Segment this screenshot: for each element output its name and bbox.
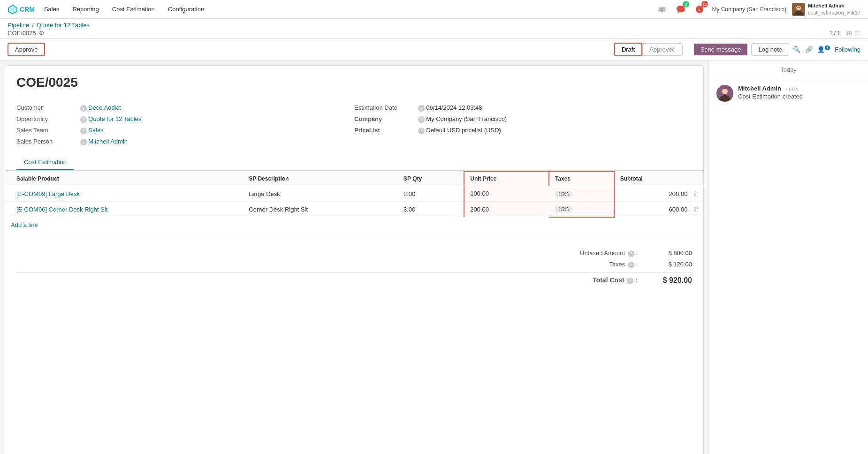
row1-delete-icon[interactable]: 🗑 [693, 190, 700, 197]
opportunity-label: Opportunity [16, 115, 77, 122]
pricelist-help-icon[interactable]: ? [418, 128, 425, 134]
taxes-help-icon[interactable]: ? [628, 262, 634, 268]
col-sp-description: SP Description [243, 171, 398, 186]
sales-person-value[interactable]: Mitchell Admin [88, 138, 128, 145]
record-settings-icon[interactable]: ⚙ [39, 30, 45, 37]
estimation-table: Salable Product SP Description SP Qty Un… [5, 171, 703, 218]
table-container: Salable Product SP Description SP Qty Un… [5, 171, 703, 294]
separator [16, 236, 692, 236]
tab-list: Cost Estimation [5, 155, 703, 171]
field-customer: Customer ? Deco Addict Opportunity ? Quo… [16, 102, 354, 147]
form-fields: Customer ? Deco Addict Opportunity ? Quo… [5, 102, 703, 147]
nav-right-area: 5 11 My Company (San Francisco) Mitchell… [655, 2, 860, 16]
draft-status-button[interactable]: Draft [614, 43, 642, 56]
table-body: [E-COM09] Large Desk Large Desk 2.00 100… [5, 186, 703, 217]
untaxed-amount-row: Untaxed Amount ? : $ 800.00 [16, 248, 692, 259]
approved-status-button[interactable]: Approved [642, 43, 683, 56]
company-help-icon[interactable]: ? [418, 116, 425, 123]
tab-cost-estimation[interactable]: Cost Estimation [16, 155, 74, 170]
user-follow-icon[interactable]: 👤1 [817, 45, 830, 53]
total-cost-value: $ 920.00 [645, 276, 692, 285]
col-subtotal: Subtotal [614, 171, 703, 186]
opportunity-help-icon[interactable]: ? [80, 116, 87, 123]
row2-tax-badge[interactable]: 15% [555, 206, 572, 212]
link-icon[interactable]: 🔗 [805, 46, 813, 53]
nav-reporting[interactable]: Reporting [70, 6, 100, 13]
field-estimation-info: Estimation Date ? 06/14/2024 12:03:48 Co… [354, 102, 692, 147]
sales-team-help-icon[interactable]: ? [80, 128, 87, 134]
nav-configuration[interactable]: Configuration [166, 6, 206, 13]
total-help-icon[interactable]: ? [627, 278, 633, 284]
customer-value[interactable]: Deco Addict [88, 104, 121, 111]
form-header: COE/0025 [5, 66, 703, 102]
breadcrumb-pipeline[interactable]: Pipeline [8, 22, 29, 29]
chatter-message: Mitchell Admin - now Cost Estimation cre… [709, 79, 868, 107]
table-row: [E-COM09] Large Desk Large Desk 2.00 100… [5, 186, 703, 202]
activity-icon-button[interactable]: 11 [693, 3, 706, 16]
pricelist-label: PriceList [354, 127, 415, 134]
nav-cost-estimation[interactable]: Cost Estimation [110, 6, 157, 13]
add-line-button[interactable]: Add a line [5, 218, 703, 232]
row1-qty[interactable]: 2.00 [398, 186, 464, 202]
sales-person-help-icon[interactable]: ? [80, 139, 87, 145]
list-view-icon[interactable]: ☰ [855, 30, 860, 37]
following-button[interactable]: Following [835, 46, 860, 53]
breadcrumb-current[interactable]: Quote for 12 Tables [37, 22, 90, 29]
tab-section: Cost Estimation Salable Product SP Descr… [5, 155, 703, 294]
grid-view-icon[interactable]: ⊞ [847, 30, 852, 37]
svg-point-6 [722, 89, 728, 94]
untaxed-help-icon[interactable]: ? [628, 250, 634, 257]
row1-unit-price[interactable]: 100.00 [464, 186, 549, 202]
taxes-value: $ 120.00 [645, 261, 692, 268]
chatter-author: Mitchell Admin [738, 85, 781, 92]
table-header: Salable Product SP Description SP Qty Un… [5, 171, 703, 186]
sales-team-label: Sales Team [16, 127, 77, 134]
pricelist-value: Default USD pricelist (USD) [426, 127, 501, 134]
user-info: Mitchell Admin cost_estimation_knk17 [808, 2, 860, 16]
customer-help-icon[interactable]: ? [80, 105, 87, 112]
row2-product[interactable]: [E-COM06] Corner Desk Right Sit [5, 202, 243, 217]
log-note-button[interactable]: Log note [751, 43, 789, 56]
top-navigation: CRM Sales Reporting Cost Estimation Conf… [0, 0, 868, 19]
app-name: CRM [20, 6, 35, 13]
chatter-message-content: Mitchell Admin - now Cost Estimation cre… [738, 85, 860, 102]
breadcrumb-bar: Pipeline / Quote for 12 Tables COE/0025 … [0, 19, 868, 39]
row2-qty[interactable]: 3.00 [398, 202, 464, 217]
row1-product[interactable]: [E-COM09] Large Desk [5, 186, 243, 202]
approve-button[interactable]: Approve [8, 43, 45, 56]
row1-subtotal: 200.00 🗑 [614, 186, 703, 202]
chat-icon-button[interactable]: 5 [674, 3, 687, 16]
chatter-avatar [716, 85, 733, 102]
customer-label: Customer [16, 104, 77, 111]
col-salable-product: Salable Product [5, 171, 243, 186]
row2-unit-price[interactable]: 200.00 [464, 202, 549, 217]
totals-section: Untaxed Amount ? : $ 800.00 Taxes ? : $ … [5, 240, 703, 294]
search-icon[interactable]: 🔍 [793, 46, 800, 53]
row1-taxes[interactable]: 15% [549, 186, 614, 202]
chatter-today-label: Today [709, 61, 868, 79]
total-cost-row: Total Cost ? : $ 920.00 [16, 272, 692, 287]
opportunity-value[interactable]: Quote for 12 Tables [88, 115, 141, 122]
sales-person-label: Sales Person [16, 138, 77, 145]
send-message-button[interactable]: Send message [694, 44, 748, 55]
total-cost-label: Total Cost ? : [551, 276, 645, 284]
page-nav: 1 / 1 [830, 30, 840, 37]
user-menu[interactable]: Mitchell Admin cost_estimation_knk17 [792, 2, 860, 16]
row2-taxes[interactable]: 15% [549, 202, 614, 217]
estimation-date-help-icon[interactable]: ? [418, 105, 425, 112]
chatter-panel: Today Mitchell Admin - now Cost Estimati… [708, 61, 868, 454]
main-layout: COE/0025 Customer ? Deco Addict Opportun… [0, 61, 868, 454]
nav-menu: Sales Reporting Cost Estimation Configur… [42, 6, 648, 13]
record-ref: COE/0025 ⚙ 1 / 1 ⊞ ☰ [8, 30, 860, 38]
sales-team-value[interactable]: Sales [88, 127, 104, 134]
settings-icon-button[interactable] [655, 3, 669, 16]
chat-badge: 5 [683, 1, 689, 8]
estimation-date-label: Estimation Date [354, 104, 415, 111]
nav-sales[interactable]: Sales [42, 6, 61, 13]
app-logo[interactable]: CRM [8, 4, 35, 15]
chatter-time: - now [786, 86, 799, 91]
row1-tax-badge[interactable]: 15% [555, 191, 572, 197]
activity-badge: 11 [701, 1, 708, 8]
row2-delete-icon[interactable]: 🗑 [693, 205, 700, 213]
status-bar: Draft Approved [614, 43, 683, 56]
